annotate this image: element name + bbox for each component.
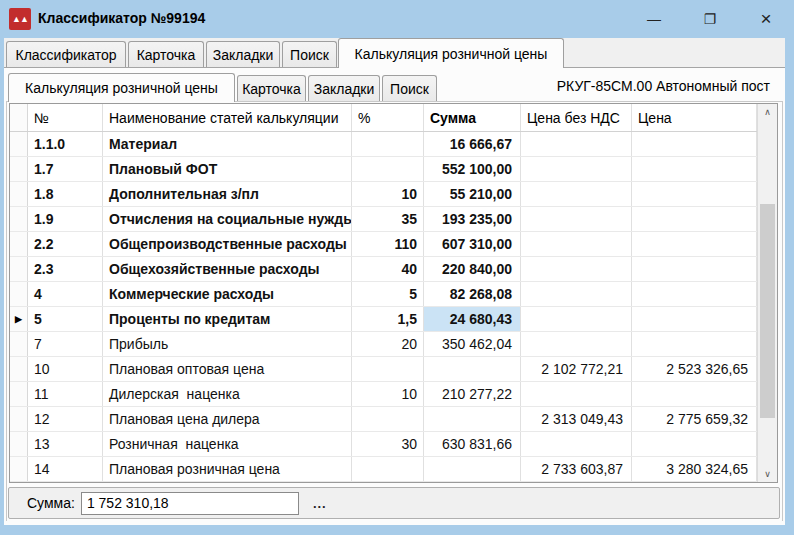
table-row[interactable]: 1.1.0Материал16 666,67: [10, 132, 757, 157]
cell-price[interactable]: 2 775 659,32: [632, 407, 757, 431]
cell-price-no-vat[interactable]: [521, 307, 632, 331]
cell-price-no-vat[interactable]: [521, 332, 632, 356]
cell-sum[interactable]: 607 310,00: [424, 232, 521, 256]
more-button[interactable]: ...: [313, 496, 327, 511]
cell-price-no-vat[interactable]: [521, 432, 632, 456]
titlebar[interactable]: ▲▲ Классификатор №99194 — ❐ ×: [0, 0, 794, 38]
cell-sum[interactable]: 552 100,00: [424, 157, 521, 181]
cell-sum[interactable]: [424, 407, 521, 431]
cell-percent[interactable]: [352, 157, 424, 181]
cell-sum[interactable]: 24 680,43: [424, 307, 521, 331]
outer-tab-5[interactable]: Калькуляция розничной цены: [338, 38, 564, 68]
outer-tab-3[interactable]: Закладки: [206, 41, 280, 67]
cell-no[interactable]: 12: [28, 407, 103, 431]
cell-price[interactable]: [632, 332, 757, 356]
cell-name[interactable]: Коммерческие расходы: [103, 282, 352, 306]
table-row[interactable]: 2.2Общепроизводственные расходы110607 31…: [10, 232, 757, 257]
cell-name[interactable]: Плановая оптовая цена: [103, 357, 352, 381]
cell-price[interactable]: [632, 182, 757, 206]
outer-tab-4[interactable]: Поиск: [282, 41, 337, 67]
cell-sum[interactable]: 55 210,00: [424, 182, 521, 206]
cell-name[interactable]: Проценты по кредитам: [103, 307, 352, 331]
cell-percent[interactable]: [352, 357, 424, 381]
cell-name[interactable]: Материал: [103, 132, 352, 156]
cell-percent[interactable]: [352, 457, 424, 481]
cell-percent[interactable]: 5: [352, 282, 424, 306]
table-row[interactable]: 14Плановая розничная цена2 733 603,873 2…: [10, 457, 757, 482]
cell-price-no-vat[interactable]: 2 102 772,21: [521, 357, 632, 381]
cell-sum[interactable]: 210 277,22: [424, 382, 521, 406]
minimize-button[interactable]: —: [626, 0, 682, 38]
cell-percent[interactable]: 10: [352, 182, 424, 206]
scroll-down-icon[interactable]: ∨: [758, 466, 777, 482]
cell-no[interactable]: 5: [28, 307, 103, 331]
table-row[interactable]: 11Дилерская наценка10210 277,22: [10, 382, 757, 407]
cell-no[interactable]: 2.2: [28, 232, 103, 256]
cell-name[interactable]: Отчисления на социальные нужды: [103, 207, 352, 231]
cell-name[interactable]: Розничная наценка: [103, 432, 352, 456]
table-row[interactable]: ▶5Проценты по кредитам1,524 680,43: [10, 307, 757, 332]
cell-price[interactable]: 2 523 326,65: [632, 357, 757, 381]
outer-tab-1[interactable]: Классификатор: [6, 41, 126, 67]
cell-sum[interactable]: 350 462,04: [424, 332, 521, 356]
cell-price-no-vat[interactable]: 2 313 049,43: [521, 407, 632, 431]
table-row[interactable]: 10Плановая оптовая цена2 102 772,212 523…: [10, 357, 757, 382]
cell-percent[interactable]: 110: [352, 232, 424, 256]
cell-no[interactable]: 11: [28, 382, 103, 406]
vertical-scrollbar[interactable]: ∧ ∨: [757, 104, 777, 482]
cell-price[interactable]: [632, 257, 757, 281]
table-row[interactable]: 1.7Плановый ФОТ552 100,00: [10, 157, 757, 182]
scrollbar-thumb[interactable]: [760, 204, 775, 418]
table-row[interactable]: 2.3Общехозяйственные расходы40220 840,00: [10, 257, 757, 282]
cell-price[interactable]: [632, 207, 757, 231]
cell-no[interactable]: 4: [28, 282, 103, 306]
scroll-up-icon[interactable]: ∧: [758, 104, 777, 120]
cell-no[interactable]: 1.8: [28, 182, 103, 206]
cell-price-no-vat[interactable]: [521, 182, 632, 206]
inner-tab-4[interactable]: Поиск: [382, 75, 437, 101]
cell-percent[interactable]: 40: [352, 257, 424, 281]
cell-price-no-vat[interactable]: [521, 132, 632, 156]
cell-price[interactable]: [632, 307, 757, 331]
cell-no[interactable]: 10: [28, 357, 103, 381]
cell-no[interactable]: 1.1.0: [28, 132, 103, 156]
cell-sum[interactable]: [424, 457, 521, 481]
close-button[interactable]: ×: [738, 0, 794, 38]
cell-no[interactable]: 2.3: [28, 257, 103, 281]
cell-price[interactable]: [632, 232, 757, 256]
sum-input[interactable]: [81, 492, 299, 515]
cell-name[interactable]: Плановый ФОТ: [103, 157, 352, 181]
inner-tab-1[interactable]: Калькуляция розничной цены: [8, 73, 235, 102]
cell-price-no-vat[interactable]: [521, 232, 632, 256]
cell-price[interactable]: [632, 432, 757, 456]
cell-price-no-vat[interactable]: [521, 157, 632, 181]
cell-percent[interactable]: 20: [352, 332, 424, 356]
table-row[interactable]: 1.8Дополнительная з/пл1055 210,00: [10, 182, 757, 207]
cell-no[interactable]: 1.9: [28, 207, 103, 231]
cell-percent[interactable]: [352, 132, 424, 156]
cell-price[interactable]: 3 280 324,65: [632, 457, 757, 481]
cell-name[interactable]: Плановая цена дилера: [103, 407, 352, 431]
cell-name[interactable]: Прибыль: [103, 332, 352, 356]
outer-tab-2[interactable]: Карточка: [128, 41, 204, 67]
cell-price-no-vat[interactable]: [521, 257, 632, 281]
cell-percent[interactable]: 10: [352, 382, 424, 406]
inner-tab-3[interactable]: Закладки: [308, 75, 380, 101]
cell-percent[interactable]: 35: [352, 207, 424, 231]
cell-sum[interactable]: 220 840,00: [424, 257, 521, 281]
cell-percent[interactable]: [352, 407, 424, 431]
table-row[interactable]: 4Коммерческие расходы582 268,08: [10, 282, 757, 307]
cell-price[interactable]: [632, 157, 757, 181]
cell-no[interactable]: 1.7: [28, 157, 103, 181]
cell-price-no-vat[interactable]: 2 733 603,87: [521, 457, 632, 481]
table-row[interactable]: 13Розничная наценка30630 831,66: [10, 432, 757, 457]
cell-no[interactable]: 7: [28, 332, 103, 356]
table-row[interactable]: 7Прибыль20350 462,04: [10, 332, 757, 357]
table-row[interactable]: 1.9Отчисления на социальные нужды35193 2…: [10, 207, 757, 232]
cell-percent[interactable]: 1,5: [352, 307, 424, 331]
cell-price[interactable]: [632, 282, 757, 306]
cell-sum[interactable]: 630 831,66: [424, 432, 521, 456]
cell-price[interactable]: [632, 382, 757, 406]
cell-sum[interactable]: 193 235,00: [424, 207, 521, 231]
cell-name[interactable]: Плановая розничная цена: [103, 457, 352, 481]
